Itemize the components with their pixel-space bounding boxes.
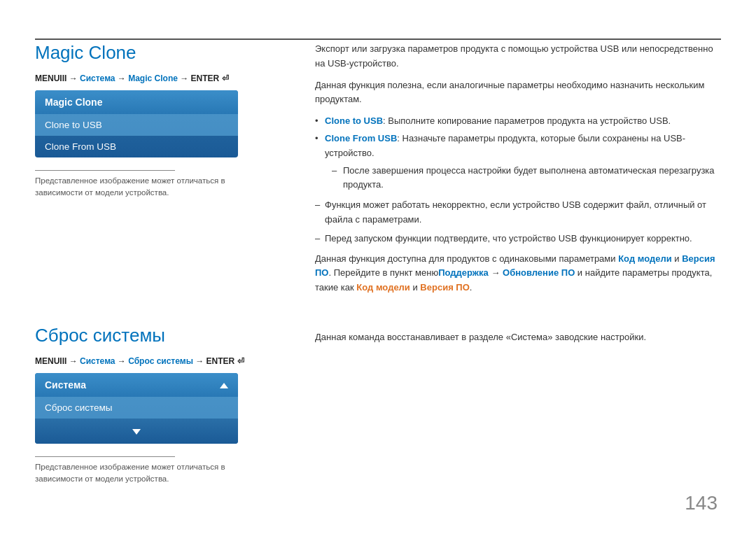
intro2: Данная функция полезна, если аналогичные… bbox=[315, 78, 721, 108]
breadcrumb-arrow1: → bbox=[66, 73, 80, 83]
para-part1: Данная функция доступна для продуктов с … bbox=[315, 253, 618, 264]
sbros-note-divider bbox=[35, 456, 175, 457]
sub-list: После завершения процесса настройки буде… bbox=[332, 164, 721, 193]
breadcrumb-suffix: ENTER bbox=[191, 73, 220, 83]
para-bold4: Обновление ПО bbox=[503, 267, 575, 278]
para-bold6: Версия ПО bbox=[420, 282, 469, 293]
arrow-up-icon bbox=[220, 379, 228, 391]
left-col-sbros: Сброс системы MENUIII → Система → Сброс … bbox=[35, 325, 301, 486]
note-block-1: Функция может работать некорректно, если… bbox=[315, 198, 721, 227]
sbros-note-text: Представленное изображение может отличат… bbox=[35, 461, 238, 486]
note-text-magic-clone: Представленное изображение может отличат… bbox=[35, 175, 238, 199]
breadcrumb-prefix: MENUIII bbox=[35, 73, 66, 83]
magic-clone-title: Magic Clone bbox=[35, 42, 280, 64]
clone-to-usb-label: Clone to USB bbox=[325, 115, 383, 126]
note-divider bbox=[35, 170, 175, 171]
para-bold3: Поддержка bbox=[438, 267, 489, 278]
right-col-sbros: Данная команда восстанавливает в разделе… bbox=[301, 325, 721, 486]
bullet-clone-to-usb: Clone to USB: Выполните копирование пара… bbox=[315, 114, 721, 129]
right-col-magic-clone: Экспорт или загрузка параметров продукта… bbox=[301, 42, 721, 295]
sbros-breadcrumb-part1: Система bbox=[80, 356, 115, 366]
para-bold1: Код модели bbox=[618, 253, 672, 264]
sbros-breadcrumb-arrow1: → bbox=[66, 356, 80, 366]
bullet-list: Clone to USB: Выполните копирование пара… bbox=[315, 114, 721, 192]
clone-from-usb-label: Clone From USB bbox=[325, 133, 397, 143]
para-part7: . bbox=[470, 282, 472, 293]
left-col-magic-clone: Magic Clone MENUIII → Система → Magic Cl… bbox=[35, 42, 301, 295]
note-block-2: Перед запуском функции подтвердите, что … bbox=[315, 232, 721, 246]
sub-item-auto-restart: После завершения процесса настройки буде… bbox=[332, 164, 721, 193]
sistema-header-label: Система bbox=[45, 379, 86, 391]
ui-box-header: Magic Clone bbox=[35, 90, 238, 114]
top-line bbox=[35, 38, 721, 40]
para-block: Данная функция доступна для продуктов с … bbox=[315, 252, 721, 295]
page-number: 143 bbox=[685, 492, 718, 514]
clone-from-usb-item[interactable]: Clone From USB bbox=[35, 136, 238, 157]
page-container: Magic Clone MENUIII → Система → Magic Cl… bbox=[0, 0, 756, 534]
bullet-clone-from-usb: Clone From USB: Назначьте параметры прод… bbox=[315, 132, 721, 192]
breadcrumb-part1: Система bbox=[80, 73, 115, 83]
magic-clone-ui-box: Magic Clone Clone to USB Clone From USB bbox=[35, 90, 238, 157]
clone-to-usb-text: : Выполните копирование параметров проду… bbox=[383, 115, 671, 126]
sbros-item[interactable]: Сброс системы bbox=[35, 397, 238, 419]
sbros-breadcrumb-arrow3: → bbox=[193, 356, 206, 366]
arrow-down-icon bbox=[132, 425, 141, 437]
sbros-breadcrumb-arrow2: → bbox=[115, 356, 129, 366]
magic-clone-breadcrumb: MENUIII → Система → Magic Clone → ENTER … bbox=[35, 73, 280, 83]
sbros-breadcrumb: MENUIII → Система → Сброс системы → ENTE… bbox=[35, 356, 280, 366]
breadcrumb-part2: Magic Clone bbox=[128, 73, 178, 83]
sistema-footer bbox=[35, 419, 238, 444]
para-part2: и bbox=[672, 253, 682, 264]
sistema-ui-box: Система Сброс системы bbox=[35, 373, 238, 444]
breadcrumb-arrow2: → bbox=[115, 73, 129, 83]
para-part4: → bbox=[489, 267, 503, 278]
para-bold5: Код модели bbox=[356, 282, 410, 293]
section-magic-clone: Magic Clone MENUIII → Система → Magic Cl… bbox=[35, 42, 721, 295]
sistema-header: Система bbox=[35, 373, 238, 397]
sbros-breadcrumb-part2: Сброс системы bbox=[128, 356, 193, 366]
section-sbros-systemy: Сброс системы MENUIII → Система → Сброс … bbox=[35, 325, 721, 486]
breadcrumb-arrow3: → bbox=[178, 73, 191, 83]
sbros-breadcrumb-prefix: MENUIII bbox=[35, 356, 66, 366]
sbros-title: Сброс системы bbox=[35, 325, 280, 346]
clone-to-usb-item[interactable]: Clone to USB bbox=[35, 114, 238, 136]
para-part6: и bbox=[410, 282, 421, 293]
para-part3: . Перейдите в пункт меню bbox=[328, 267, 438, 278]
intro1: Экспорт или загрузка параметров продукта… bbox=[315, 42, 721, 71]
sbros-breadcrumb-suffix: ENTER bbox=[206, 356, 235, 366]
sbros-intro: Данная команда восстанавливает в разделе… bbox=[315, 330, 721, 345]
